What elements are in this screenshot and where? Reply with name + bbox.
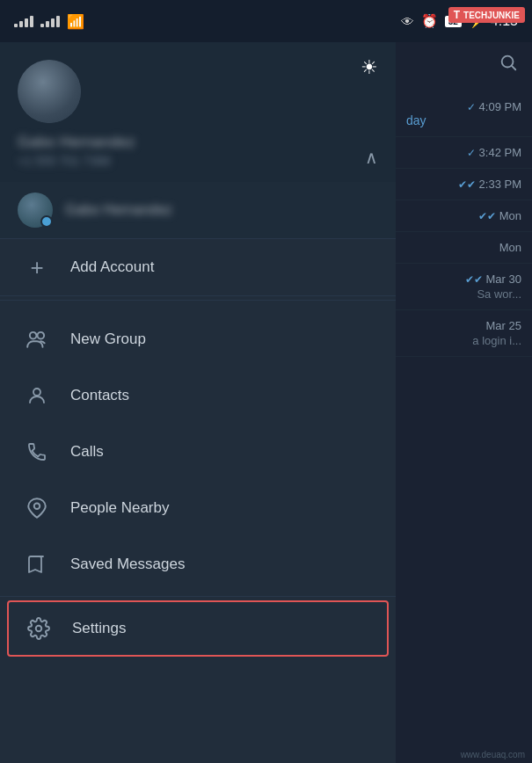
list-item[interactable]: Mar 25 a login i...: [396, 310, 532, 357]
drawer: ☀ Gabo Hernandez +1 555 701 7368 ∧ Gabo …: [0, 42, 396, 763]
chat-meta: ✓ 3:42 PM: [406, 146, 521, 159]
contacts-label: Contacts: [70, 387, 129, 404]
chat-time: 2:33 PM: [479, 178, 521, 191]
chat-time: 4:09 PM: [479, 100, 521, 113]
menu-divider-2: [0, 596, 396, 597]
status-left: 📶: [14, 13, 84, 30]
svg-point-2: [33, 389, 40, 396]
chat-meta: ✔✔ Mar 30: [406, 272, 521, 286]
chat-preview: a login i...: [406, 334, 521, 347]
list-item[interactable]: ✓ 4:09 PM day: [396, 91, 532, 137]
menu-item-new-group[interactable]: New Group: [0, 311, 396, 367]
new-group-label: New Group: [70, 331, 146, 348]
svg-line-6: [512, 66, 515, 69]
list-item[interactable]: ✔✔ Mon: [396, 200, 532, 232]
profile-phone: +1 555 701 7368: [18, 154, 378, 168]
avatar: [18, 60, 81, 123]
menu-list: New Group Contacts Ca: [0, 304, 396, 763]
settings-label: Settings: [72, 620, 126, 637]
chat-header: [396, 42, 532, 88]
people-nearby-label: People Nearby: [70, 499, 169, 517]
check-icon: ✔✔: [465, 273, 483, 286]
check-icon: ✔✔: [458, 178, 476, 191]
contacts-icon: [21, 380, 53, 411]
tj-label: TECHJUNKIE: [463, 11, 520, 20]
chat-time: Mon: [499, 209, 521, 222]
chevron-up-icon[interactable]: ∧: [365, 147, 378, 168]
chat-list: ✓ 4:09 PM day ✓ 3:42 PM ✔✔ 2:33 PM: [396, 88, 532, 763]
plus-icon: +: [21, 251, 53, 283]
eye-icon: 👁: [401, 14, 414, 29]
check-icon: ✓: [467, 147, 476, 159]
calls-icon: [21, 436, 53, 468]
svg-point-3: [34, 504, 40, 510]
people-nearby-icon: [21, 492, 53, 524]
wifi-icon: 📶: [67, 13, 84, 30]
menu-item-people-nearby[interactable]: People Nearby: [0, 480, 396, 536]
chat-day: day: [406, 113, 521, 127]
signal-bar-1: [14, 16, 33, 27]
sub-account-name: Gabo Hernandez: [65, 202, 172, 218]
sub-account-row[interactable]: Gabo Hernandez: [0, 182, 396, 239]
saved-messages-icon: [21, 549, 53, 580]
signal-bar-2: [40, 16, 60, 27]
chat-time: Mon: [499, 241, 521, 254]
chat-meta: ✔✔ Mon: [406, 209, 521, 222]
sun-icon[interactable]: ☀: [361, 56, 378, 79]
alarm-icon: ⏰: [421, 13, 438, 29]
chat-meta: Mar 25: [406, 319, 521, 332]
watermark: www.deuaq.com: [461, 750, 525, 759]
chat-preview: Sa wor...: [406, 287, 521, 301]
menu-item-settings[interactable]: Settings: [7, 600, 389, 657]
svg-point-4: [36, 626, 42, 632]
add-account-item[interactable]: + Add Account: [0, 239, 396, 296]
chat-meta: Mon: [406, 241, 521, 254]
chat-meta: ✔✔ 2:33 PM: [406, 178, 521, 191]
list-item[interactable]: Mon: [396, 232, 532, 264]
chat-time: Mar 30: [486, 272, 521, 286]
app-container: ☀ Gabo Hernandez +1 555 701 7368 ∧ Gabo …: [0, 42, 532, 763]
chat-panel: ✓ 4:09 PM day ✓ 3:42 PM ✔✔ 2:33 PM: [396, 42, 532, 763]
svg-point-0: [30, 332, 37, 339]
new-group-icon: [21, 323, 53, 355]
list-item[interactable]: ✓ 3:42 PM: [396, 137, 532, 169]
svg-point-1: [38, 332, 45, 339]
chat-time: Mar 25: [486, 319, 521, 332]
list-item[interactable]: ✔✔ 2:33 PM: [396, 169, 532, 200]
sub-avatar-badge: [40, 215, 53, 228]
search-icon[interactable]: [499, 53, 518, 77]
menu-item-calls[interactable]: Calls: [0, 424, 396, 480]
profile-header[interactable]: ☀ Gabo Hernandez +1 555 701 7368 ∧: [0, 42, 396, 182]
menu-item-saved-messages[interactable]: Saved Messages: [0, 536, 396, 592]
settings-icon: [23, 613, 55, 644]
add-account-label: Add Account: [70, 258, 154, 276]
list-item[interactable]: ✔✔ Mar 30 Sa wor...: [396, 264, 532, 310]
check-icon: ✓: [467, 101, 476, 113]
sub-avatar: [18, 193, 53, 228]
menu-divider-1: [0, 300, 396, 301]
check-icon: ✔✔: [478, 210, 496, 222]
chat-meta: ✓ 4:09 PM: [406, 100, 521, 113]
tj-icon: T: [454, 9, 460, 21]
profile-name: Gabo Hernandez: [18, 134, 378, 151]
calls-label: Calls: [70, 443, 104, 461]
chat-time: 3:42 PM: [479, 146, 521, 159]
avatar-image: [18, 60, 81, 123]
saved-messages-label: Saved Messages: [70, 556, 185, 573]
tj-badge: T TECHJUNKIE: [448, 7, 525, 23]
menu-item-contacts[interactable]: Contacts: [0, 367, 396, 424]
